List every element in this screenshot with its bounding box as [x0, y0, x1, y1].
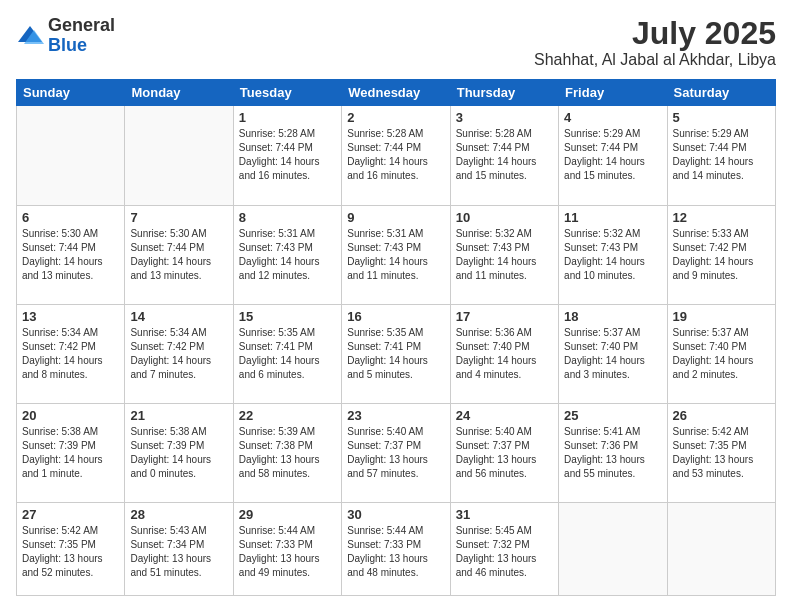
- day-number: 22: [239, 408, 336, 423]
- day-number: 20: [22, 408, 119, 423]
- calendar-cell: 30Sunrise: 5:44 AMSunset: 7:33 PMDayligh…: [342, 503, 450, 596]
- day-info: Sunrise: 5:39 AMSunset: 7:38 PMDaylight:…: [239, 425, 336, 481]
- calendar-cell: 26Sunrise: 5:42 AMSunset: 7:35 PMDayligh…: [667, 404, 775, 503]
- calendar-cell: 24Sunrise: 5:40 AMSunset: 7:37 PMDayligh…: [450, 404, 558, 503]
- day-number: 15: [239, 309, 336, 324]
- day-number: 13: [22, 309, 119, 324]
- calendar-week-3: 13Sunrise: 5:34 AMSunset: 7:42 PMDayligh…: [17, 304, 776, 403]
- calendar-cell: 13Sunrise: 5:34 AMSunset: 7:42 PMDayligh…: [17, 304, 125, 403]
- day-info: Sunrise: 5:36 AMSunset: 7:40 PMDaylight:…: [456, 326, 553, 382]
- calendar-header-friday: Friday: [559, 80, 667, 106]
- calendar: SundayMondayTuesdayWednesdayThursdayFrid…: [16, 79, 776, 596]
- calendar-cell: 4Sunrise: 5:29 AMSunset: 7:44 PMDaylight…: [559, 106, 667, 205]
- day-number: 19: [673, 309, 770, 324]
- day-number: 11: [564, 210, 661, 225]
- day-number: 14: [130, 309, 227, 324]
- calendar-cell: 22Sunrise: 5:39 AMSunset: 7:38 PMDayligh…: [233, 404, 341, 503]
- calendar-cell: 1Sunrise: 5:28 AMSunset: 7:44 PMDaylight…: [233, 106, 341, 205]
- day-number: 31: [456, 507, 553, 522]
- day-number: 24: [456, 408, 553, 423]
- day-number: 25: [564, 408, 661, 423]
- day-number: 10: [456, 210, 553, 225]
- calendar-week-4: 20Sunrise: 5:38 AMSunset: 7:39 PMDayligh…: [17, 404, 776, 503]
- day-number: 30: [347, 507, 444, 522]
- day-info: Sunrise: 5:29 AMSunset: 7:44 PMDaylight:…: [673, 127, 770, 183]
- day-number: 3: [456, 110, 553, 125]
- day-info: Sunrise: 5:30 AMSunset: 7:44 PMDaylight:…: [22, 227, 119, 283]
- day-number: 5: [673, 110, 770, 125]
- day-number: 12: [673, 210, 770, 225]
- day-info: Sunrise: 5:35 AMSunset: 7:41 PMDaylight:…: [239, 326, 336, 382]
- logo-blue: Blue: [48, 35, 87, 55]
- calendar-cell: 23Sunrise: 5:40 AMSunset: 7:37 PMDayligh…: [342, 404, 450, 503]
- day-info: Sunrise: 5:38 AMSunset: 7:39 PMDaylight:…: [130, 425, 227, 481]
- calendar-header-thursday: Thursday: [450, 80, 558, 106]
- calendar-cell: 17Sunrise: 5:36 AMSunset: 7:40 PMDayligh…: [450, 304, 558, 403]
- day-info: Sunrise: 5:28 AMSunset: 7:44 PMDaylight:…: [456, 127, 553, 183]
- calendar-header-wednesday: Wednesday: [342, 80, 450, 106]
- calendar-cell: 20Sunrise: 5:38 AMSunset: 7:39 PMDayligh…: [17, 404, 125, 503]
- calendar-cell: 11Sunrise: 5:32 AMSunset: 7:43 PMDayligh…: [559, 205, 667, 304]
- day-info: Sunrise: 5:30 AMSunset: 7:44 PMDaylight:…: [130, 227, 227, 283]
- calendar-cell: 7Sunrise: 5:30 AMSunset: 7:44 PMDaylight…: [125, 205, 233, 304]
- day-info: Sunrise: 5:42 AMSunset: 7:35 PMDaylight:…: [22, 524, 119, 580]
- day-info: Sunrise: 5:42 AMSunset: 7:35 PMDaylight:…: [673, 425, 770, 481]
- day-number: 18: [564, 309, 661, 324]
- calendar-header-row: SundayMondayTuesdayWednesdayThursdayFrid…: [17, 80, 776, 106]
- calendar-cell: 27Sunrise: 5:42 AMSunset: 7:35 PMDayligh…: [17, 503, 125, 596]
- calendar-cell: 9Sunrise: 5:31 AMSunset: 7:43 PMDaylight…: [342, 205, 450, 304]
- day-info: Sunrise: 5:44 AMSunset: 7:33 PMDaylight:…: [347, 524, 444, 580]
- calendar-header-monday: Monday: [125, 80, 233, 106]
- day-number: 6: [22, 210, 119, 225]
- day-info: Sunrise: 5:38 AMSunset: 7:39 PMDaylight:…: [22, 425, 119, 481]
- calendar-cell: 8Sunrise: 5:31 AMSunset: 7:43 PMDaylight…: [233, 205, 341, 304]
- day-info: Sunrise: 5:31 AMSunset: 7:43 PMDaylight:…: [347, 227, 444, 283]
- day-info: Sunrise: 5:33 AMSunset: 7:42 PMDaylight:…: [673, 227, 770, 283]
- calendar-cell: 3Sunrise: 5:28 AMSunset: 7:44 PMDaylight…: [450, 106, 558, 205]
- day-info: Sunrise: 5:31 AMSunset: 7:43 PMDaylight:…: [239, 227, 336, 283]
- day-number: 16: [347, 309, 444, 324]
- day-info: Sunrise: 5:32 AMSunset: 7:43 PMDaylight:…: [564, 227, 661, 283]
- calendar-header-saturday: Saturday: [667, 80, 775, 106]
- page: General Blue July 2025 Shahhat, Al Jabal…: [0, 0, 792, 612]
- month-title: July 2025: [534, 16, 776, 51]
- day-info: Sunrise: 5:40 AMSunset: 7:37 PMDaylight:…: [347, 425, 444, 481]
- calendar-cell: 21Sunrise: 5:38 AMSunset: 7:39 PMDayligh…: [125, 404, 233, 503]
- calendar-cell: 31Sunrise: 5:45 AMSunset: 7:32 PMDayligh…: [450, 503, 558, 596]
- calendar-cell: 14Sunrise: 5:34 AMSunset: 7:42 PMDayligh…: [125, 304, 233, 403]
- day-number: 8: [239, 210, 336, 225]
- day-info: Sunrise: 5:32 AMSunset: 7:43 PMDaylight:…: [456, 227, 553, 283]
- calendar-cell: 18Sunrise: 5:37 AMSunset: 7:40 PMDayligh…: [559, 304, 667, 403]
- logo-text: General Blue: [48, 16, 115, 56]
- day-number: 17: [456, 309, 553, 324]
- day-info: Sunrise: 5:34 AMSunset: 7:42 PMDaylight:…: [130, 326, 227, 382]
- day-number: 4: [564, 110, 661, 125]
- day-number: 29: [239, 507, 336, 522]
- calendar-week-1: 1Sunrise: 5:28 AMSunset: 7:44 PMDaylight…: [17, 106, 776, 205]
- calendar-cell: 2Sunrise: 5:28 AMSunset: 7:44 PMDaylight…: [342, 106, 450, 205]
- title-section: July 2025 Shahhat, Al Jabal al Akhdar, L…: [534, 16, 776, 69]
- calendar-header-sunday: Sunday: [17, 80, 125, 106]
- calendar-cell: [667, 503, 775, 596]
- day-number: 9: [347, 210, 444, 225]
- calendar-cell: 10Sunrise: 5:32 AMSunset: 7:43 PMDayligh…: [450, 205, 558, 304]
- calendar-week-2: 6Sunrise: 5:30 AMSunset: 7:44 PMDaylight…: [17, 205, 776, 304]
- calendar-cell: 16Sunrise: 5:35 AMSunset: 7:41 PMDayligh…: [342, 304, 450, 403]
- day-number: 21: [130, 408, 227, 423]
- calendar-cell: [559, 503, 667, 596]
- calendar-cell: [125, 106, 233, 205]
- day-number: 2: [347, 110, 444, 125]
- calendar-cell: 25Sunrise: 5:41 AMSunset: 7:36 PMDayligh…: [559, 404, 667, 503]
- day-number: 28: [130, 507, 227, 522]
- calendar-cell: 15Sunrise: 5:35 AMSunset: 7:41 PMDayligh…: [233, 304, 341, 403]
- logo-general: General: [48, 15, 115, 35]
- day-info: Sunrise: 5:37 AMSunset: 7:40 PMDaylight:…: [673, 326, 770, 382]
- calendar-week-5: 27Sunrise: 5:42 AMSunset: 7:35 PMDayligh…: [17, 503, 776, 596]
- day-info: Sunrise: 5:29 AMSunset: 7:44 PMDaylight:…: [564, 127, 661, 183]
- header: General Blue July 2025 Shahhat, Al Jabal…: [16, 16, 776, 69]
- day-info: Sunrise: 5:41 AMSunset: 7:36 PMDaylight:…: [564, 425, 661, 481]
- day-info: Sunrise: 5:44 AMSunset: 7:33 PMDaylight:…: [239, 524, 336, 580]
- calendar-cell: 6Sunrise: 5:30 AMSunset: 7:44 PMDaylight…: [17, 205, 125, 304]
- location-title: Shahhat, Al Jabal al Akhdar, Libya: [534, 51, 776, 69]
- logo: General Blue: [16, 16, 115, 56]
